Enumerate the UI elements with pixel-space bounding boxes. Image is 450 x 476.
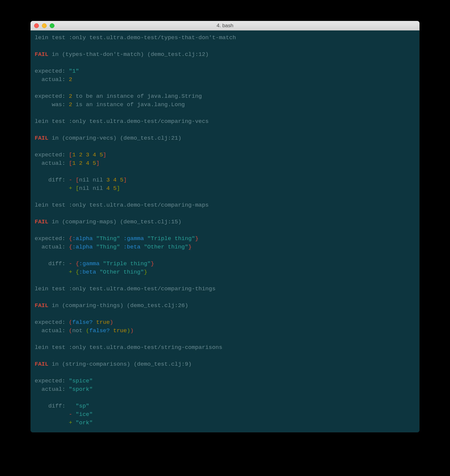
term-string: "1" — [69, 68, 79, 74]
term-number: 3 4 5 — [106, 177, 123, 183]
titlebar[interactable]: 4. bash — [31, 21, 419, 30]
keyword: :alpha — [72, 244, 92, 250]
term-text — [72, 260, 75, 267]
brace: } — [144, 269, 147, 275]
term-text — [144, 235, 147, 242]
term-string: "Other thing" — [144, 244, 188, 250]
diff-plus: + — [69, 185, 72, 192]
traffic-lights — [34, 23, 54, 28]
term-string: "Triple thing" — [147, 235, 195, 242]
term-text — [120, 244, 123, 250]
term-value: true — [96, 319, 110, 326]
paren: ( — [69, 319, 72, 326]
term-text — [93, 244, 96, 250]
paren: ) — [110, 319, 113, 326]
brace: } — [151, 260, 154, 267]
term-line: lein test :only test.ultra.demo-test/str… — [35, 344, 222, 351]
brace: { — [69, 235, 72, 242]
term-text: in (string-comparisons) (demo_test.clj:9… — [48, 361, 192, 367]
window-title: 4. bash — [31, 23, 419, 29]
term-text: in (comparing-maps) (demo_test.clj:15) — [48, 219, 182, 225]
brace: } — [195, 235, 198, 242]
terminal-body[interactable]: lein test :only test.ultra.demo-test/typ… — [31, 30, 419, 432]
term-text — [35, 419, 69, 426]
diff-minus: - — [69, 411, 72, 418]
bracket: [ — [69, 160, 72, 167]
maximize-button[interactable] — [50, 23, 54, 28]
term-text: is an instance of java.lang.Long — [72, 101, 185, 108]
term-text — [72, 419, 75, 426]
term-text — [35, 185, 69, 192]
term-text — [110, 327, 113, 334]
term-value: true — [113, 327, 127, 334]
term-text — [100, 260, 103, 267]
term-string: "Other thing" — [100, 269, 144, 275]
bracket: ] — [96, 160, 99, 167]
term-string: "spork" — [69, 386, 93, 393]
fail-label: FAIL — [35, 51, 48, 58]
diff-plus: + — [69, 419, 72, 426]
term-string: "sp" — [76, 403, 89, 409]
term-text: expected: — [35, 93, 69, 100]
term-line: lein test :only test.ultra.demo-test/com… — [35, 286, 215, 292]
term-text: not — [72, 327, 86, 334]
term-text — [35, 411, 69, 418]
bracket: [ — [76, 185, 79, 192]
paren: ) — [127, 327, 130, 334]
brace: { — [69, 244, 72, 250]
term-text: actual: — [35, 244, 69, 250]
term-text — [96, 269, 99, 275]
bracket: [ — [76, 177, 79, 183]
term-text: nil nil — [79, 185, 106, 192]
term-text: diff: — [35, 403, 76, 409]
bracket: ] — [117, 185, 120, 192]
term-text — [72, 411, 75, 418]
fail-label: FAIL — [35, 302, 48, 309]
term-text — [120, 235, 123, 242]
keyword: :beta — [79, 269, 96, 275]
term-text: in (comparing-vecs) (demo_test.clj:21) — [48, 135, 182, 141]
diff-plus: + — [69, 269, 72, 275]
bracket: ] — [123, 177, 127, 183]
term-line: lein test :only test.ultra.demo-test/typ… — [35, 34, 236, 41]
fail-label: FAIL — [35, 361, 48, 367]
term-text: expected: — [35, 68, 69, 74]
paren: ( — [86, 327, 89, 334]
term-number: 1 2 4 5 — [72, 160, 96, 167]
term-text: actual: — [35, 386, 69, 393]
term-text — [35, 269, 69, 275]
term-text: expected: — [35, 378, 69, 384]
term-text: in (comparing-things) (demo_test.clj:26) — [48, 302, 188, 309]
brace: } — [188, 244, 191, 250]
symbol: false? — [72, 319, 92, 326]
term-text — [141, 244, 144, 250]
fail-label: FAIL — [35, 219, 48, 225]
term-string: "Thing" — [96, 235, 120, 242]
bracket: ] — [103, 152, 106, 158]
symbol: false? — [89, 327, 110, 334]
close-button[interactable] — [34, 23, 39, 28]
term-number: 2 — [69, 93, 72, 100]
term-text: expected: — [35, 152, 69, 158]
keyword: :gamma — [79, 260, 99, 267]
term-string: "Triple thing" — [103, 260, 151, 267]
term-number: 2 — [69, 76, 72, 83]
term-line: lein test :only test.ultra.demo-test/com… — [35, 118, 209, 125]
minimize-button[interactable] — [42, 23, 47, 28]
term-string: "ork" — [76, 419, 93, 426]
bracket: [ — [69, 152, 72, 158]
term-line: lein test :only test.ultra.demo-test/com… — [35, 202, 209, 208]
term-text — [93, 319, 96, 326]
term-number: 2 — [69, 101, 72, 108]
term-string: "Thing" — [96, 244, 120, 250]
keyword: :beta — [124, 244, 141, 250]
term-text: expected: — [35, 235, 69, 242]
term-text: diff: — [35, 260, 69, 267]
term-string: "ice" — [76, 411, 93, 418]
term-text: was: — [35, 101, 69, 108]
term-text: nil nil — [79, 177, 106, 183]
brace: { — [76, 269, 79, 275]
term-text: actual: — [35, 160, 69, 167]
paren: ( — [69, 327, 72, 334]
keyword: :alpha — [72, 235, 92, 242]
